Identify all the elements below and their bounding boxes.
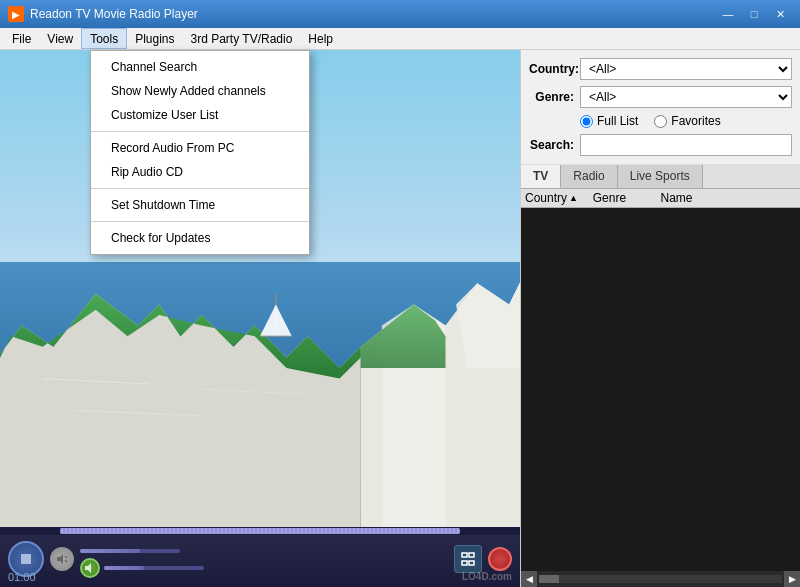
volume-slider[interactable] bbox=[80, 549, 180, 553]
svg-line-17 bbox=[65, 560, 67, 562]
menu-plugins[interactable]: Plugins bbox=[127, 28, 182, 49]
menu-file[interactable]: File bbox=[4, 28, 39, 49]
search-label: Search: bbox=[529, 138, 574, 152]
svg-rect-19 bbox=[462, 553, 467, 557]
header-name[interactable]: Name bbox=[661, 191, 797, 205]
minimize-button[interactable]: — bbox=[716, 5, 740, 23]
menu-separator-2 bbox=[91, 188, 309, 189]
maximize-button[interactable]: □ bbox=[742, 5, 766, 23]
menu-rip-audio-cd[interactable]: Rip Audio CD bbox=[91, 160, 309, 184]
scroll-thumb[interactable] bbox=[539, 575, 559, 583]
horizontal-scrollbar[interactable]: ◀ ▶ bbox=[521, 571, 800, 587]
volume-controls bbox=[80, 549, 204, 578]
genre-label: Genre: bbox=[529, 90, 574, 104]
svg-marker-18 bbox=[85, 563, 91, 573]
speaker-icon bbox=[55, 552, 69, 566]
mute-button[interactable] bbox=[50, 547, 74, 571]
full-list-label[interactable]: Full List bbox=[580, 114, 638, 128]
svg-marker-15 bbox=[57, 554, 63, 564]
menu-check-updates[interactable]: Check for Updates bbox=[91, 226, 309, 250]
secondary-slider[interactable] bbox=[104, 566, 204, 570]
svg-rect-22 bbox=[469, 561, 474, 565]
title-bar-left: ▶ Readon TV Movie Radio Player bbox=[8, 6, 198, 22]
channel-list[interactable] bbox=[521, 208, 800, 571]
country-select[interactable]: <All> bbox=[580, 58, 792, 80]
speaker-green-svg bbox=[84, 562, 96, 574]
title-bar: ▶ Readon TV Movie Radio Player — □ ✕ bbox=[0, 0, 800, 28]
menu-third-party[interactable]: 3rd Party TV/Radio bbox=[183, 28, 301, 49]
svg-rect-20 bbox=[469, 553, 474, 557]
tabs-bar: TV Radio Live Sports bbox=[521, 165, 800, 189]
progress-squiggle bbox=[60, 528, 460, 534]
progress-track[interactable] bbox=[60, 528, 460, 534]
tab-radio[interactable]: Radio bbox=[561, 165, 617, 188]
country-row: Country: <All> bbox=[529, 58, 792, 80]
search-row: Search: bbox=[529, 134, 792, 156]
menu-set-shutdown[interactable]: Set Shutdown Time bbox=[91, 193, 309, 217]
svg-line-16 bbox=[65, 556, 67, 558]
app-icon: ▶ bbox=[8, 6, 24, 22]
menu-view[interactable]: View bbox=[39, 28, 81, 49]
header-genre[interactable]: Genre bbox=[593, 191, 661, 205]
menu-customize-user-list[interactable]: Customize User List bbox=[91, 103, 309, 127]
speaker-green-icon[interactable] bbox=[80, 558, 100, 578]
menu-tools[interactable]: Tools bbox=[81, 28, 127, 49]
menu-help[interactable]: Help bbox=[300, 28, 341, 49]
full-list-radio[interactable] bbox=[580, 115, 593, 128]
menu-show-newly-added[interactable]: Show Newly Added channels bbox=[91, 79, 309, 103]
menu-channel-search[interactable]: Channel Search bbox=[91, 55, 309, 79]
genre-row: Genre: <All> bbox=[529, 86, 792, 108]
menu-separator-3 bbox=[91, 221, 309, 222]
menu-record-audio[interactable]: Record Audio From PC bbox=[91, 136, 309, 160]
sort-arrow-icon: ▲ bbox=[569, 193, 578, 203]
time-display: 01:00 bbox=[8, 571, 36, 583]
close-button[interactable]: ✕ bbox=[768, 5, 792, 23]
scroll-left-button[interactable]: ◀ bbox=[521, 571, 537, 587]
tab-tv[interactable]: TV bbox=[521, 165, 561, 188]
favorites-radio[interactable] bbox=[654, 115, 667, 128]
controls-bar: 01:00 LO4D.com bbox=[0, 527, 520, 587]
genre-select[interactable]: <All> bbox=[580, 86, 792, 108]
channel-header: Country ▲ Genre Name bbox=[521, 189, 800, 208]
list-type-group: Full List Favorites bbox=[580, 114, 792, 128]
svg-rect-14 bbox=[21, 554, 31, 564]
menu-bar: File View Tools Plugins 3rd Party TV/Rad… bbox=[0, 28, 800, 50]
scroll-track[interactable] bbox=[539, 575, 782, 583]
fullscreen-icon bbox=[461, 552, 475, 566]
app-title: Readon TV Movie Radio Player bbox=[30, 7, 198, 21]
stop-icon bbox=[19, 552, 33, 566]
tools-dropdown-menu: Channel Search Show Newly Added channels… bbox=[90, 50, 310, 255]
scroll-right-button[interactable]: ▶ bbox=[784, 571, 800, 587]
header-country[interactable]: Country ▲ bbox=[525, 191, 593, 205]
search-input[interactable] bbox=[580, 134, 792, 156]
country-label: Country: bbox=[529, 62, 574, 76]
progress-area[interactable] bbox=[0, 527, 520, 535]
svg-rect-21 bbox=[462, 561, 467, 565]
favorites-label[interactable]: Favorites bbox=[654, 114, 720, 128]
right-panel: Country: <All> Genre: <All> Full List bbox=[520, 50, 800, 587]
filter-section: Country: <All> Genre: <All> Full List bbox=[521, 50, 800, 165]
tab-live-sports[interactable]: Live Sports bbox=[618, 165, 703, 188]
watermark: LO4D.com bbox=[462, 567, 512, 583]
menu-separator-1 bbox=[91, 131, 309, 132]
window-controls: — □ ✕ bbox=[716, 5, 792, 23]
